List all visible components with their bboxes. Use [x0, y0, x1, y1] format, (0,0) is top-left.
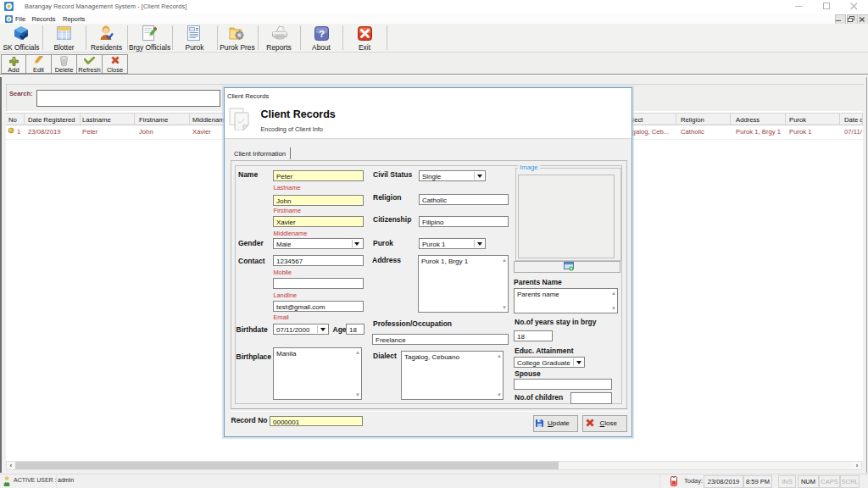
svg-text:?: ? — [319, 29, 325, 39]
